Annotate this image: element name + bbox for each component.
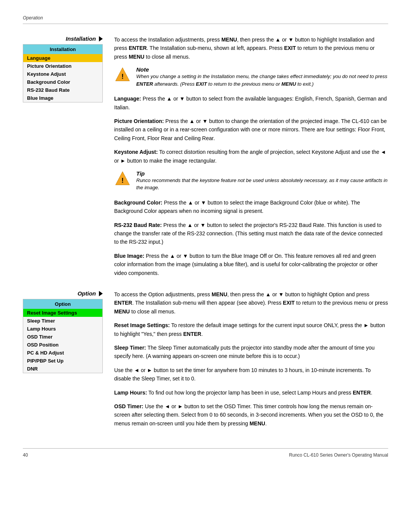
svg-text:!: ! xyxy=(121,176,124,184)
menu-item-osd-position: OSD Position xyxy=(23,341,102,349)
header-divider xyxy=(23,24,388,24)
installation-title-text: Installation xyxy=(66,35,96,42)
menu-item-reset-image: Reset Image Settings xyxy=(23,309,102,317)
note-icon: ! xyxy=(114,66,131,84)
tip-box: ! Tip Runco recommends that the keystone… xyxy=(114,170,388,192)
manual-title: Runco CL-610 Series Owner's Operating Ma… xyxy=(289,452,388,458)
menu-item-picture-orientation: Picture Orientation xyxy=(23,62,102,70)
installation-arrow-icon xyxy=(99,36,103,42)
option-sidebar: Option Option Reset Image Settings Sleep… xyxy=(23,290,103,433)
note-text: When you change a setting in the Install… xyxy=(136,73,388,88)
page-number: 40 xyxy=(23,452,28,458)
operation-label: Operation xyxy=(23,15,388,21)
installation-menu: Installation Language Picture Orientatio… xyxy=(23,44,103,102)
option-title-text: Option xyxy=(78,290,96,297)
installation-content: To access the Installation adjustments, … xyxy=(114,35,388,283)
tip-icon: ! xyxy=(114,170,131,188)
option-menu: Option Reset Image Settings Sleep Timer … xyxy=(23,299,103,373)
menu-item-sleep-timer: Sleep Timer xyxy=(23,317,102,325)
option-section: Option Option Reset Image Settings Sleep… xyxy=(23,290,388,433)
sleep-timer-paragraph: Sleep Timer: The Sleep Timer automatical… xyxy=(114,343,388,361)
footer: 40 Runco CL-610 Series Owner's Operating… xyxy=(23,448,388,458)
installation-title: Installation xyxy=(23,35,103,42)
option-content: To access the Option adjustments, press … xyxy=(114,290,388,433)
page: Operation Installation Installation Lang… xyxy=(0,0,411,532)
option-arrow-icon xyxy=(99,291,103,296)
tip-text: Runco recommends that the keystone featu… xyxy=(136,177,388,192)
reset-image-paragraph: Reset Image Settings: To restore the def… xyxy=(114,321,388,338)
menu-item-language: Language xyxy=(23,54,102,62)
installation-menu-header: Installation xyxy=(23,45,102,54)
lamp-hours-paragraph: Lamp Hours: To find out how long the pro… xyxy=(114,388,388,397)
note-label: Note xyxy=(136,66,149,73)
background-color-paragraph: Background Color: Press the ▲ or ▼ butto… xyxy=(114,198,388,216)
osd-timer-paragraph: OSD Timer: Use the ◄ or ► button to set … xyxy=(114,402,388,428)
keystone-adjust-paragraph: Keystone Adjust: To correct distortion r… xyxy=(114,148,388,165)
sleep-timer-detail-paragraph: Use the ◄ or ► button to set the timer f… xyxy=(114,366,388,383)
installation-intro: To access the Installation adjustments, … xyxy=(114,35,388,61)
rs232-paragraph: RS-232 Baud Rate: Press the ▲ or ▼ butto… xyxy=(114,221,388,246)
note-box: ! Note When you change a setting in the … xyxy=(114,66,388,88)
menu-item-osd-timer: OSD Timer xyxy=(23,333,102,341)
tip-label-and-text: Tip Runco recommends that the keystone f… xyxy=(136,170,388,192)
option-title: Option xyxy=(23,290,103,297)
menu-item-lamp-hours: Lamp Hours xyxy=(23,325,102,333)
menu-item-blue-image: Blue Image xyxy=(23,94,102,102)
language-paragraph: Language: Press the ▲ or ▼ button to sel… xyxy=(114,94,388,112)
option-menu-header: Option xyxy=(23,299,102,309)
installation-section: Installation Installation Language Pictu… xyxy=(23,35,388,283)
blue-image-paragraph: Blue Image: Press the ▲ or ▼ button to t… xyxy=(114,252,388,277)
menu-item-dnr: DNR xyxy=(23,365,102,373)
installation-sidebar: Installation Installation Language Pictu… xyxy=(23,35,103,283)
menu-item-pip-pbp: PIP/PBP Set Up xyxy=(23,357,102,365)
menu-item-keystone-adjust: Keystone Adjust xyxy=(23,70,102,78)
tip-label: Tip xyxy=(136,170,145,177)
note-label-and-text: Note When you change a setting in the In… xyxy=(136,66,388,88)
picture-orientation-paragraph: Picture Orientation: Press the ▲ or ▼ bu… xyxy=(114,117,388,142)
menu-item-background-color: Background Color xyxy=(23,78,102,86)
menu-item-rs232: RS-232 Baud Rate xyxy=(23,86,102,94)
option-intro: To access the Option adjustments, press … xyxy=(114,290,388,316)
svg-text:!: ! xyxy=(121,72,124,80)
menu-item-pc-hd-adjust: PC & HD Adjust xyxy=(23,349,102,357)
